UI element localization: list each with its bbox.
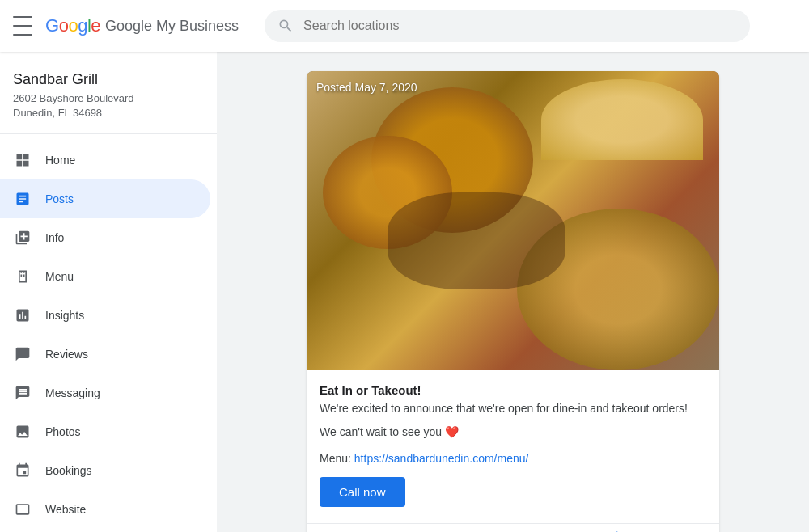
search-icon [277,18,294,34]
sidebar-item-bookings-label: Bookings [45,464,92,477]
post-wait-line: We can't wait to see you ❤️ [320,424,706,441]
posts-icon [13,189,32,209]
sidebar-item-website[interactable]: Website [0,490,210,529]
info-icon [13,228,32,247]
sidebar-item-users[interactable]: Users [0,529,210,532]
sidebar-item-home[interactable]: Home [0,141,210,179]
google-mybusiness-logo: Google Google My Business [45,15,239,36]
sidebar-item-insights-label: Insights [45,309,84,322]
post-menu-line: Menu: https://sandbardunedin.com/menu/ [320,450,706,467]
post-title: Eat In or Takeout! [320,383,706,397]
sidebar-item-menu-label: Menu [45,270,74,283]
photos-icon [13,422,32,441]
bookings-icon [13,461,32,480]
search-bar[interactable] [265,10,750,42]
messaging-icon [13,383,32,403]
sidebar-item-messaging[interactable]: Messaging [0,374,210,412]
search-input[interactable] [303,19,737,33]
content-area: Posted May 7, 2020 Eat In or Takeout! We… [217,52,809,532]
hamburger-menu-icon[interactable] [13,16,32,36]
food-shadow [388,192,565,289]
post-menu-label: Menu: [320,452,354,465]
logo-letter-e: e [91,15,100,36]
post-description: We're excited to announce that we're ope… [320,400,706,417]
insights-icon [13,306,32,325]
post-footer: 191 views 3 clicks [307,523,719,532]
post-body: Eat In or Takeout! We're excited to anno… [307,370,719,523]
sidebar-item-photos-label: Photos [45,425,81,438]
logo-letter-o1: o [59,15,69,36]
food-bun-top [541,79,703,160]
sidebar: Sandbar Grill 2602 Bayshore Boulevard Du… [0,52,217,532]
sidebar-item-website-label: Website [45,503,86,516]
business-address-line1: 2602 Bayshore Boulevard [13,91,204,106]
sidebar-item-info-label: Info [45,231,64,244]
sidebar-item-reviews[interactable]: Reviews [0,335,210,374]
menu-icon [13,267,32,286]
website-icon [13,500,32,519]
logo-letter-o2: o [68,15,78,36]
sidebar-item-menu[interactable]: Menu [0,257,210,296]
grid-icon [13,150,32,170]
sidebar-item-posts[interactable]: Posts [0,179,210,218]
business-info: Sandbar Grill 2602 Bayshore Boulevard Du… [0,65,217,134]
sidebar-item-bookings[interactable]: Bookings [0,451,210,490]
sidebar-item-insights[interactable]: Insights [0,296,210,335]
call-now-button[interactable]: Call now [320,477,405,507]
logo-letter-g: G [45,15,59,36]
post-card: Posted May 7, 2020 Eat In or Takeout! We… [307,71,719,532]
post-image: Posted May 7, 2020 [307,71,719,370]
sidebar-item-messaging-label: Messaging [45,386,100,399]
sidebar-item-home-label: Home [45,154,75,167]
sidebar-item-photos[interactable]: Photos [0,412,210,451]
sidebar-item-info[interactable]: Info [0,218,210,257]
business-name: Sandbar Grill [13,71,204,88]
top-header: Google Google My Business [0,0,809,52]
logo-letter-g2: g [78,15,87,36]
sidebar-item-reviews-label: Reviews [45,348,88,361]
post-wait-text: We can't wait to see you ❤️ [320,425,459,438]
business-address-line2: Dunedin, FL 34698 [13,106,204,120]
logo-mybusiness-text: Google My Business [105,18,239,35]
reviews-icon [13,344,32,364]
sidebar-item-posts-label: Posts [45,192,74,205]
food-photo [307,71,719,370]
post-menu-link[interactable]: https://sandbardunedin.com/menu/ [354,452,529,465]
main-layout: Sandbar Grill 2602 Bayshore Boulevard Du… [0,52,809,532]
post-date: Posted May 7, 2020 [316,81,417,94]
